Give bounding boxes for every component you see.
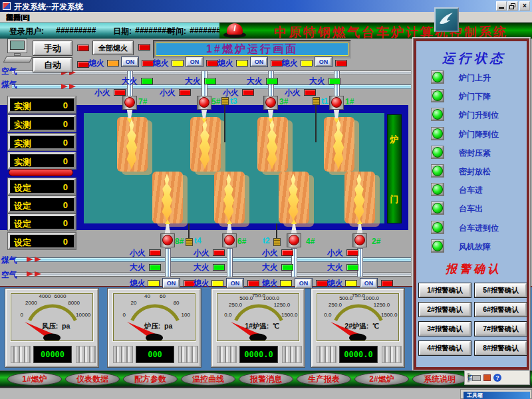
svg-text:10000: 10000: [76, 312, 91, 318]
nav-button-6[interactable]: 生产报表: [297, 372, 351, 386]
alarm-ack-button-1#[interactable]: 1#报警确认: [419, 283, 471, 297]
top-low-indicator-1: [114, 89, 126, 96]
status-label-1: 炉门上升: [459, 72, 491, 84]
bottom-off-label-1: 熄火: [130, 278, 146, 289]
toolbox-window-fragment[interactable]: 工具箱: [460, 389, 532, 399]
alarm-ack-button-6#[interactable]: 6#报警确认: [475, 303, 527, 317]
furnace-door: 炉 门: [387, 114, 402, 223]
status-lamp-2: [431, 89, 444, 102]
setpoint-value-box-1[interactable]: 设定0: [8, 178, 76, 195]
flow-arrow-icon: [35, 257, 41, 262]
burner-id-6#: 6#: [237, 237, 246, 246]
menu-item-6[interactable]: 帮助[H]: [0, 12, 36, 23]
pipe-label-gas-top: 煤气: [1, 79, 17, 90]
nav-button-5[interactable]: 报警消息: [239, 372, 293, 386]
alarm-ack-button-8#[interactable]: 8#报警确认: [475, 341, 527, 355]
top-on-button-1[interactable]: ON: [122, 57, 138, 66]
bottom-low-label-4: 小火: [327, 247, 343, 259]
top-off-indicator-3: [236, 60, 248, 66]
alarm-ack-button-3#[interactable]: 3#报警确认: [419, 322, 471, 336]
top-low-label-2: 小火: [160, 87, 176, 98]
top-on-button-2[interactable]: ON: [186, 57, 203, 66]
nav-button-7[interactable]: 2#燃炉: [354, 372, 409, 386]
top-low-indicator-3: [242, 89, 254, 96]
alarm-ack-button-7#[interactable]: 7#报警确认: [475, 322, 527, 336]
taskbar: [0, 388, 532, 399]
status-lamp-6: [431, 164, 444, 178]
top-alarm-indicator-3: [271, 60, 283, 66]
svg-text:250.0: 250.0: [329, 302, 342, 308]
thermocouple-label-t4: t4: [194, 236, 201, 245]
alarm-ack-button-2#[interactable]: 2#报警确认: [419, 303, 471, 317]
top-on-button-3[interactable]: ON: [251, 57, 267, 66]
ime-language-bar[interactable]: En ” ☾ ?: [464, 370, 530, 385]
setpoint-value-box-4[interactable]: 设定0: [8, 233, 76, 249]
bottom-on-button-4[interactable]: ON: [360, 279, 377, 288]
setpoint-value-box-2[interactable]: 设定0: [8, 196, 76, 213]
top-off-indicator-2: [172, 60, 184, 66]
ime-toolbar-icon[interactable]: [483, 374, 491, 381]
nav-button-2[interactable]: 仪表数据: [65, 372, 120, 386]
status-lamp-8: [431, 201, 444, 215]
burner-id-5#: 5#: [211, 97, 220, 106]
computer-icon[interactable]: [3, 39, 34, 68]
manual-mode-button[interactable]: 手动: [33, 41, 72, 55]
alarm-ack-button-4#[interactable]: 4#报警确认: [419, 341, 471, 355]
toolbox-titlebar[interactable]: 工具箱: [464, 392, 530, 399]
system-banner: 中原特钢燃气台车炉计算机控制系统: [219, 23, 532, 39]
top-alarm-indicator-1: [142, 60, 154, 66]
ime-keyboard-icon[interactable]: [472, 375, 481, 381]
svg-text:1250.0: 1250.0: [274, 302, 291, 308]
bottom-on-button-1[interactable]: ON: [163, 279, 180, 288]
top-off-label-2: 熄火: [153, 58, 169, 69]
pipe-label-air-top: 空气: [1, 66, 17, 77]
bottom-low-indicator-3: [281, 249, 293, 256]
minimize-button[interactable]: [496, 1, 507, 11]
top-high-label-2: 大火: [185, 76, 201, 87]
ime-help-icon[interactable]: ?: [493, 374, 501, 382]
bottom-on-button-2[interactable]: ON: [227, 279, 243, 288]
svg-text:20: 20: [130, 300, 136, 306]
top-high-label-1: 大火: [122, 76, 138, 87]
measured-value-box-3: 实测0: [8, 134, 76, 150]
auto-mode-button[interactable]: 自动: [33, 58, 72, 72]
bottom-on-button-3[interactable]: ON: [295, 279, 312, 288]
flame-bottom-4: [344, 172, 375, 223]
nav-button-4[interactable]: 温控曲线: [181, 372, 235, 386]
company-logo-icon: [434, 7, 459, 32]
flame-top-4: [324, 117, 354, 172]
svg-text:1250.0: 1250.0: [374, 302, 390, 308]
measured-value-box-2: 实测0: [8, 115, 76, 132]
all-off-button[interactable]: 全部熄火: [93, 41, 133, 55]
bottom-off-label-2: 熄火: [194, 278, 209, 289]
bottom-low-label-2: 小火: [194, 247, 209, 259]
status-lamp-1: [431, 70, 444, 84]
bottom-off-indicator-2: [211, 280, 223, 287]
flame-bottom-1: [152, 172, 183, 223]
bottom-high-indicator-3: [281, 264, 293, 271]
top-off-label-3: 熄火: [217, 58, 233, 69]
app-icon: [3, 2, 11, 10]
svg-text:0: 0: [123, 312, 126, 318]
thermocouple-label-t2: t2: [263, 236, 270, 245]
top-high-label-3: 大火: [247, 76, 263, 87]
restore-button[interactable]: [507, 1, 518, 11]
flame-top-2: [190, 117, 221, 172]
gauge-readout-4: 0000.0: [339, 346, 378, 363]
svg-text:6000: 6000: [55, 294, 66, 299]
bottom-low-indicator-1: [149, 249, 161, 256]
nav-button-1[interactable]: 1#燃炉: [7, 372, 62, 386]
alarm-ack-button-5#[interactable]: 5#报警确认: [475, 283, 527, 297]
top-high-indicator-4: [329, 78, 340, 84]
setpoint-value-box-3[interactable]: 设定0: [8, 214, 76, 231]
close-button[interactable]: ×: [519, 1, 530, 11]
top-on-button-4[interactable]: ON: [315, 57, 332, 66]
nav-button-8[interactable]: 系统说明: [412, 372, 467, 386]
flow-arrow-icon: [69, 84, 76, 89]
svg-text:4000: 4000: [39, 294, 51, 299]
nav-button-3[interactable]: 配方参数: [123, 372, 178, 386]
svg-text:1500.0: 1500.0: [381, 312, 398, 318]
date-label: 日期:: [113, 26, 132, 37]
all-off-indicator: [138, 44, 150, 51]
bottom-low-indicator-4: [346, 249, 358, 256]
